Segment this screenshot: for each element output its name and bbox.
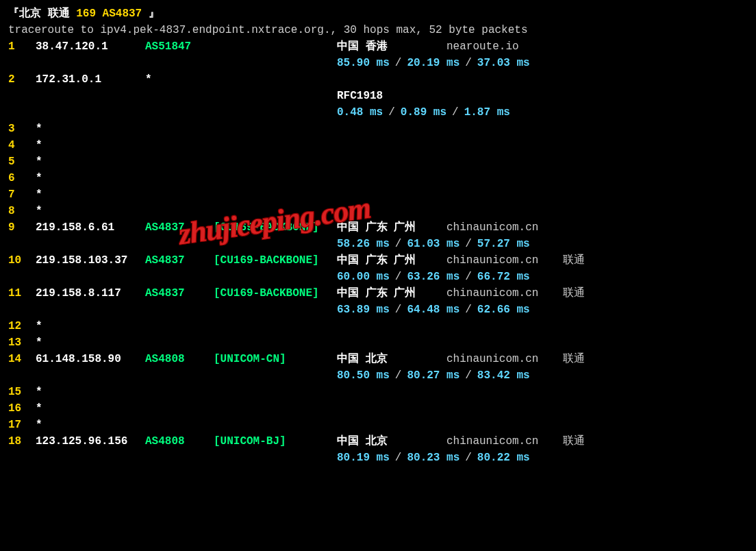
hop-asn: AS4837	[145, 252, 214, 269]
rtt-separator: /	[390, 450, 407, 466]
hop-ip: 219.158.103.37	[36, 252, 145, 269]
hop-location: 中国 北京	[337, 433, 446, 450]
hop-timeout-star: *	[36, 318, 42, 334]
rtt-value: 66.72 ms	[477, 269, 530, 285]
hop-number: 4	[8, 137, 36, 154]
rtt-separator: /	[459, 55, 477, 71]
rtt-separator: /	[459, 236, 477, 252]
hop-number: 2	[8, 71, 36, 88]
hop-location: 中国 广东 广州	[337, 252, 446, 269]
rtt-value: 0.89 ms	[401, 104, 446, 121]
hop-hostname: chinaunicom.cn	[446, 252, 563, 269]
hop-number: 14	[8, 351, 36, 367]
hop-timeout-star: *	[36, 154, 42, 170]
hop-number: 15	[8, 384, 36, 400]
hop-row: 15*	[8, 384, 748, 400]
hop-row: 12*	[8, 318, 748, 334]
rtt-value: 80.50 ms	[337, 367, 390, 384]
hop-row: 16*	[8, 400, 748, 417]
hop-number: 6	[8, 170, 36, 186]
rtt-separator: /	[459, 269, 477, 285]
rtt-separator: /	[390, 302, 407, 318]
hop-number: 1	[8, 38, 36, 55]
hop-number: 11	[8, 285, 36, 302]
hop-row: 17*	[8, 417, 748, 433]
traceroute-command: traceroute to ipv4.pek-4837.endpoint.nxt…	[8, 22, 748, 38]
hop-hostname: chinaunicom.cn	[446, 433, 563, 450]
hop-ip: 219.158.6.61	[36, 219, 145, 236]
hop-asn: AS51847	[145, 38, 214, 55]
hop-network: [CU169-BACKBONE]	[214, 285, 337, 302]
hop-timeout-star: *	[36, 400, 42, 417]
hop-network: [UNICOM-BJ]	[214, 433, 337, 450]
hop-rtt-row: 0.48 ms/0.89 ms/1.87 ms	[8, 104, 748, 121]
hop-row: 13*	[8, 334, 748, 351]
hop-timeout-star: *	[36, 417, 42, 433]
hop-row: 7*	[8, 186, 748, 203]
rtt-value: 60.00 ms	[337, 269, 390, 285]
hop-row: 11219.158.8.117AS4837[CU169-BACKBONE]中国 …	[8, 285, 748, 302]
rtt-separator: /	[459, 302, 477, 318]
rtt-value: 58.26 ms	[337, 236, 390, 252]
hop-row: 1461.148.158.90AS4808[UNICOM-CN]中国 北京chi…	[8, 351, 748, 367]
hop-ip: 172.31.0.1	[36, 71, 145, 88]
hop-timeout-star: *	[36, 137, 42, 154]
hop-row: 138.47.120.1AS51847中国 香港nearoute.io	[8, 38, 748, 55]
rtt-value: 62.66 ms	[477, 302, 530, 318]
hop-timeout-star: *	[36, 334, 42, 351]
hop-location: 中国 北京	[337, 351, 446, 367]
rtt-value: 1.87 ms	[464, 104, 510, 121]
hop-rtt-row: 58.26 ms/61.03 ms/57.27 ms	[8, 236, 748, 252]
rtt-value: 80.27 ms	[407, 367, 459, 384]
hop-hostname: nearoute.io	[446, 38, 563, 55]
hop-ip: 38.47.120.1	[36, 38, 145, 55]
rtt-value: 83.42 ms	[477, 367, 530, 384]
hop-number: 5	[8, 154, 36, 170]
hop-timeout-star: *	[36, 170, 42, 186]
hop-ip: 219.158.8.117	[36, 285, 145, 302]
hop-row: 5*	[8, 154, 748, 170]
hop-rtt-row: 63.89 ms/64.48 ms/62.66 ms	[8, 302, 748, 318]
hop-location: 中国 广东 广州	[337, 219, 446, 236]
rtt-value: 63.89 ms	[337, 302, 390, 318]
hop-timeout-star: *	[36, 186, 42, 203]
hop-number: 9	[8, 219, 36, 236]
hop-timeout-star: *	[36, 121, 42, 137]
header-prefix: 『北京 联通	[8, 8, 76, 20]
hop-row: 4*	[8, 137, 748, 154]
rtt-value: 57.27 ms	[477, 236, 530, 252]
hop-number: 8	[8, 203, 36, 219]
rtt-separator: /	[383, 104, 401, 121]
rtt-separator: /	[446, 104, 464, 121]
hop-carrier: 联通	[563, 433, 585, 450]
hop-number: 18	[8, 433, 36, 450]
rtt-value: 80.19 ms	[337, 450, 390, 466]
hop-timeout-star: *	[36, 384, 42, 400]
hop-rtt-row: 80.19 ms/80.23 ms/80.22 ms	[8, 450, 748, 466]
rtt-value: 80.23 ms	[407, 450, 459, 466]
header-line: 『北京 联通 169 AS4837 』	[8, 5, 748, 22]
hop-number: 3	[8, 121, 36, 137]
header-as: 169 AS4837	[76, 8, 142, 20]
rtt-separator: /	[390, 269, 407, 285]
hop-number: 12	[8, 318, 36, 334]
hop-row: 3*	[8, 121, 748, 137]
hop-ip: 61.148.158.90	[36, 351, 145, 367]
hop-carrier: 联通	[563, 285, 585, 302]
hop-hostname: chinaunicom.cn	[446, 285, 563, 302]
hop-row: 10219.158.103.37AS4837[CU169-BACKBONE]中国…	[8, 252, 748, 269]
hop-ip: 123.125.96.156	[36, 433, 145, 450]
hop-timeout-star: *	[36, 203, 42, 219]
rtt-separator: /	[390, 367, 407, 384]
hop-network: [UNICOM-CN]	[214, 351, 337, 367]
header-suffix: 』	[142, 8, 160, 20]
hop-asn: AS4808	[145, 433, 214, 450]
hop-asn: AS4837	[145, 285, 214, 302]
hop-asn: *	[145, 71, 214, 88]
rtt-separator: /	[459, 450, 477, 466]
rtt-separator: /	[390, 236, 407, 252]
hop-network: [CU169-BACKBONE]	[214, 219, 337, 236]
rtt-value: 0.48 ms	[337, 104, 383, 121]
rtt-value: 64.48 ms	[407, 302, 459, 318]
rtt-separator: /	[390, 55, 407, 71]
